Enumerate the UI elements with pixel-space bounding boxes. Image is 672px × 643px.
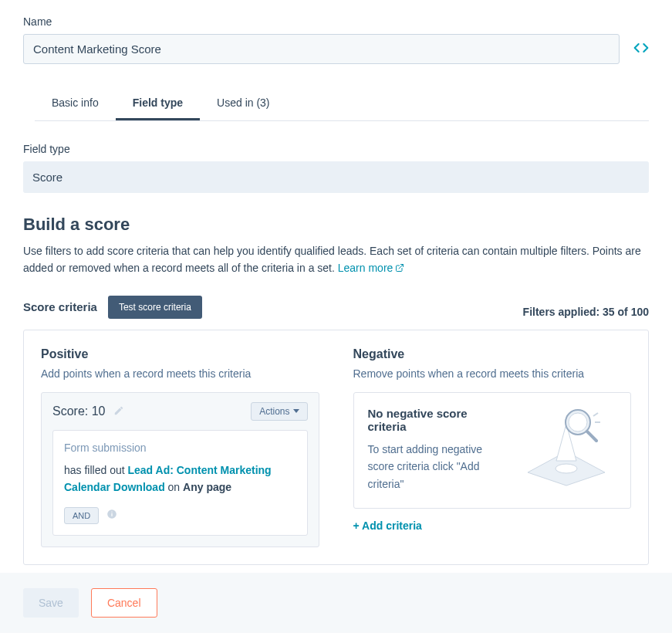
tabs: Basic info Field type Used in (3) <box>35 87 649 121</box>
negative-heading: Negative <box>353 347 632 361</box>
add-criteria-link[interactable]: + Add criteria <box>353 519 422 532</box>
name-label: Name <box>23 15 649 28</box>
code-icon[interactable] <box>633 40 649 58</box>
svg-line-9 <box>587 431 596 441</box>
filters-applied: Filters applied: 35 of 100 <box>523 306 649 318</box>
svg-point-6 <box>555 464 577 473</box>
negative-column: Negative Remove points when a record mee… <box>336 330 649 564</box>
cancel-button[interactable]: Cancel <box>91 588 157 618</box>
rule-card: Form submission has filled out Lead Ad: … <box>52 430 308 536</box>
rule-body: has filled out Lead Ad: Content Marketin… <box>64 462 296 496</box>
tab-used-in[interactable]: Used in (3) <box>200 87 286 120</box>
svg-point-8 <box>569 413 587 431</box>
negative-empty-card: No negative score criteria To start addi… <box>353 392 632 509</box>
score-criteria-heading: Score criteria <box>23 300 97 313</box>
positive-sub: Add points when a record meets this crit… <box>41 367 319 380</box>
criteria-panel: Positive Add points when a record meets … <box>23 330 649 565</box>
test-score-criteria-button[interactable]: Test score criteria <box>108 296 202 319</box>
actions-button[interactable]: Actions <box>251 402 307 421</box>
score-label: Score: 10 <box>52 404 124 418</box>
negative-empty-desc: To start adding negative score criteria … <box>368 441 501 492</box>
svg-line-10 <box>593 413 598 416</box>
tab-basic-info[interactable]: Basic info <box>35 87 116 120</box>
rule-page: Any page <box>183 481 231 493</box>
svg-point-3 <box>112 511 113 512</box>
build-desc: Use filters to add score criteria that c… <box>23 242 649 277</box>
score-card: Score: 10 Actions Form submission has fi… <box>41 392 319 547</box>
pencil-icon[interactable] <box>109 404 124 418</box>
tab-field-type[interactable]: Field type <box>116 87 200 120</box>
save-button[interactable]: Save <box>23 588 79 618</box>
learn-more-link[interactable]: Learn more <box>338 262 405 274</box>
footer: Save Cancel <box>0 573 672 633</box>
build-heading: Build a score <box>23 215 649 235</box>
negative-empty-title: No negative score criteria <box>368 407 501 433</box>
field-type-value: Score <box>23 161 649 193</box>
rule-title: Form submission <box>64 442 296 454</box>
info-icon[interactable] <box>106 509 117 522</box>
negative-sub: Remove points when a record meets this c… <box>353 367 632 380</box>
positive-column: Positive Add points when a record meets … <box>24 330 336 564</box>
svg-rect-2 <box>112 513 113 516</box>
magnifier-illustration-icon <box>516 407 616 494</box>
svg-line-0 <box>399 265 404 269</box>
field-type-label: Field type <box>23 143 649 155</box>
and-chip[interactable]: AND <box>64 507 99 524</box>
positive-heading: Positive <box>41 347 319 361</box>
caret-down-icon <box>293 409 299 413</box>
name-input[interactable] <box>23 34 620 64</box>
